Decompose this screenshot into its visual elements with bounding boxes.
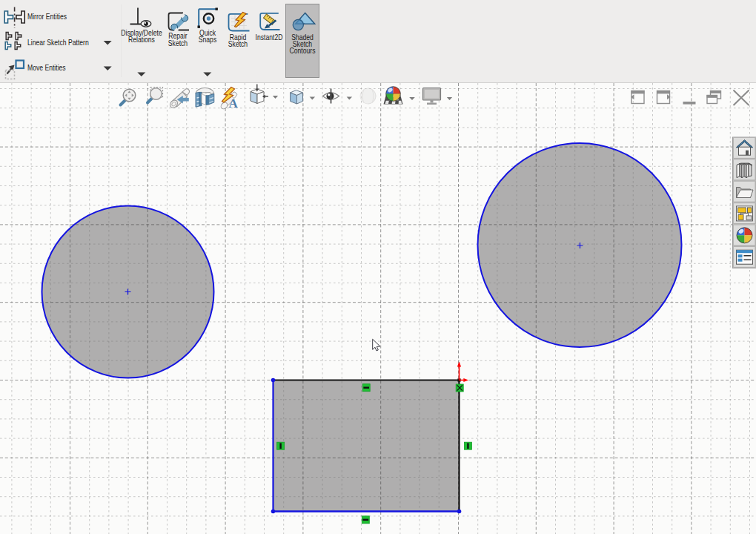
svg-text:A: A: [229, 96, 239, 111]
